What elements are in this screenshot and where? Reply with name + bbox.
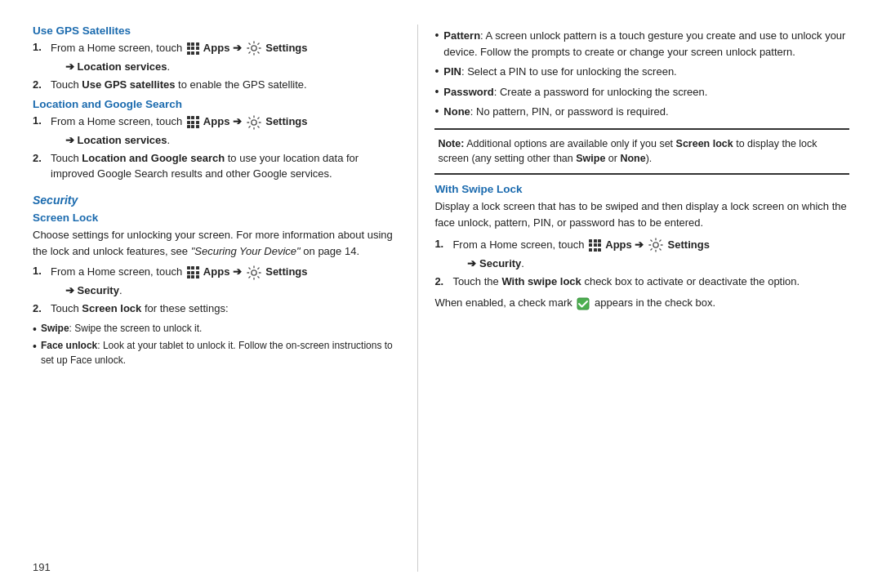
check-mark-text: When enabled, a check mark appears in th… [434, 295, 849, 311]
bullet-pin: PIN: Select a PIN to use for unlocking t… [434, 64, 849, 80]
svg-point-0 [251, 46, 256, 51]
svg-point-2 [251, 270, 256, 274]
section-screenlock: Screen Lock Choose settings for unlockin… [33, 212, 393, 368]
section-location: Location and Google Search 1. From a Hom… [33, 98, 393, 182]
bullet-face-unlock: Face unlock: Look at your tablet to unlo… [33, 339, 393, 368]
section-location-title: Location and Google Search [33, 98, 393, 110]
settings-icon-1 [247, 41, 261, 56]
screenlock-intro: Choose settings for unlocking your scree… [33, 227, 393, 259]
bullet-password: Password: Create a password for unlockin… [434, 84, 849, 100]
svg-point-3 [653, 243, 658, 247]
swipe-lock-intro: Display a lock screen that has to be swi… [434, 198, 849, 230]
settings-icon-4 [648, 238, 663, 252]
section-swipe-lock: With Swipe Lock Display a lock screen th… [434, 183, 849, 311]
bullet-swipe: Swipe: Swipe the screen to unlock it. [33, 322, 393, 336]
right-column: Pattern: A screen unlock pattern is a to… [417, 24, 849, 572]
swipe-step-1: 1. From a Home screen, touch Apps ➔ [434, 237, 849, 271]
svg-point-1 [251, 119, 256, 124]
bullet-pattern: Pattern: A screen unlock pattern is a to… [434, 28, 849, 60]
location-step-2: 2. Touch Location and Google search to u… [33, 151, 393, 182]
swipe-lock-title: With Swipe Lock [434, 183, 849, 195]
page-number: 191 [33, 561, 51, 573]
left-column: Use GPS Satellites 1. From a Home screen… [33, 24, 417, 572]
gps-step-2: 2. Touch Use GPS satellites to enable th… [33, 78, 393, 93]
bullet-none: None: No pattern, PIN, or password is re… [434, 104, 849, 120]
settings-icon-2 [247, 115, 261, 130]
screenlock-step-2: 2. Touch Screen lock for these settings: [33, 301, 393, 317]
apps-grid-icon-2 [187, 116, 199, 128]
gps-steps: 1. From a Home screen, touch Apps ➔ [33, 40, 393, 93]
location-step-1: 1. From a Home screen, touch Apps ➔ [33, 114, 393, 148]
screenlock-bullets: Swipe: Swipe the screen to unlock it. Fa… [33, 322, 393, 368]
screenlock-subtitle: Screen Lock [33, 212, 393, 224]
section-security-title: Security [33, 194, 393, 207]
gps-step-1: 1. From a Home screen, touch Apps ➔ [33, 40, 393, 74]
apps-grid-icon-4 [589, 239, 601, 252]
swipe-lock-steps: 1. From a Home screen, touch Apps ➔ [434, 237, 849, 290]
section-gps: Use GPS Satellites 1. From a Home screen… [33, 24, 393, 93]
screenlock-steps: 1. From a Home screen, touch Apps ➔ [33, 264, 393, 317]
screenlock-step-1: 1. From a Home screen, touch Apps ➔ [33, 264, 393, 298]
page: Use GPS Satellites 1. From a Home screen… [0, 0, 882, 588]
apps-grid-icon-1 [187, 42, 199, 55]
apps-grid-icon-3 [187, 266, 199, 278]
swipe-step-2: 2. Touch the With swipe lock check box t… [434, 274, 849, 290]
right-bullets: Pattern: A screen unlock pattern is a to… [434, 28, 849, 120]
note-box: Note: Additional options are available o… [434, 128, 849, 176]
settings-icon-3 [247, 265, 261, 280]
location-steps: 1. From a Home screen, touch Apps ➔ [33, 114, 393, 182]
check-mark-icon [577, 297, 590, 310]
section-gps-title: Use GPS Satellites [33, 24, 393, 37]
